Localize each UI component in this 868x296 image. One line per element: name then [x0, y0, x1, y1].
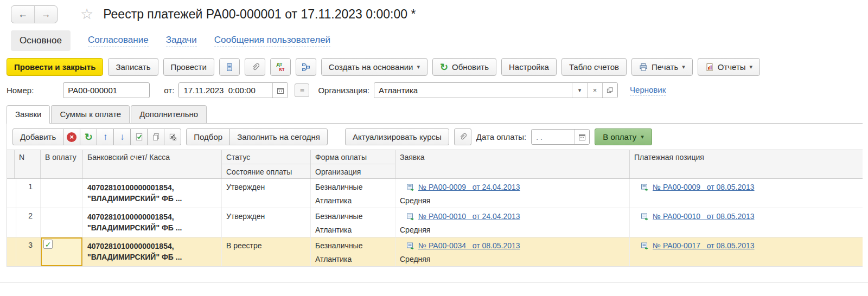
attachments-button[interactable] [245, 58, 265, 76]
copy-row-button[interactable] [147, 128, 164, 145]
pay-position-cell[interactable]: № РА00-0010 от 08.05.2013 [630, 208, 863, 237]
organization-open-button[interactable] [602, 83, 617, 98]
back-arrow-icon: ← [18, 9, 28, 20]
status-cell[interactable]: Утвержден [222, 208, 311, 237]
create-based-on-button[interactable]: Создать на основании ▾ [321, 58, 427, 76]
subtab-additional[interactable]: Дополнительно [131, 105, 207, 123]
status-cell[interactable]: Утвержден [222, 179, 311, 208]
move-up-button[interactable]: ↑ [97, 128, 114, 145]
request-link[interactable]: № РА00-0034 от 08.05.2013 [418, 241, 520, 250]
pay-position-link[interactable]: № РА00-0017 от 08.05.2013 [653, 241, 755, 250]
pay-form-cell[interactable]: Безналичные Атлантика [311, 208, 395, 237]
back-button[interactable]: ← [11, 6, 34, 23]
pay-position-link[interactable]: № РА00-0009 от 08.05.2013 [653, 182, 755, 192]
pick-button[interactable]: Подбор [186, 128, 230, 145]
payment-date-calendar-button[interactable] [574, 130, 589, 144]
delete-icon: × [67, 132, 76, 142]
register-icon [225, 63, 234, 72]
row-num: 2 [15, 208, 41, 237]
reports-button[interactable]: Отчеты ▾ [698, 58, 760, 76]
request-link[interactable]: № РА00-0009 от 24.04.2013 [418, 182, 520, 192]
add-row-button[interactable]: Добавить [12, 128, 63, 145]
request-cell[interactable]: № РА00-0034 от 08.05.2013 Средняя [395, 237, 630, 266]
document-structure-button[interactable] [296, 58, 316, 76]
report-icon [705, 63, 714, 72]
fill-today-button[interactable]: Заполнить на сегодня [229, 128, 328, 145]
move-down-button[interactable]: ↓ [113, 128, 131, 145]
header-request[interactable]: Заявка [395, 150, 630, 178]
header-pay-position[interactable]: Платежная позиция [630, 150, 863, 178]
refresh-button[interactable]: ↻ Обновить [432, 58, 496, 76]
header-num[interactable]: N [15, 150, 41, 178]
header-account[interactable]: Банковский счет/ Касса [83, 150, 222, 178]
register-list-button[interactable]: ≡ [295, 83, 309, 97]
tab-tasks[interactable]: Задачи [166, 35, 197, 47]
pay-position-link[interactable]: № РА00-0010 от 08.05.2013 [653, 211, 755, 221]
favorite-star-icon[interactable]: ☆ [80, 7, 93, 22]
table-row-selected[interactable]: 3 ✓ 40702810100000001854, "ВЛАДИМИРСКИЙ"… [7, 237, 863, 267]
document-open-icon [641, 242, 649, 250]
request-cell[interactable]: № РА00-0010 от 24.04.2013 Средняя [395, 208, 630, 237]
request-link[interactable]: № РА00-0010 от 24.04.2013 [418, 211, 520, 221]
register-records-button[interactable] [219, 58, 240, 76]
account-cell[interactable]: 40702810100000001854, "ВЛАДИМИРСКИЙ" ФБ … [83, 237, 222, 266]
pay-form-cell[interactable]: Безналичные Атлантика [311, 179, 395, 208]
draft-status-link[interactable]: Черновик [630, 85, 666, 95]
status-cell[interactable]: В реестре [222, 237, 311, 266]
post-button[interactable]: Провести [163, 58, 214, 76]
print-button[interactable]: Печать ▾ [631, 58, 693, 76]
payment-date-field[interactable] [532, 130, 574, 144]
section-tabs: Основное Согласование Задачи Сообщения п… [0, 30, 868, 51]
header-status[interactable]: Статус Состояние оплаты [222, 150, 311, 178]
pay-form-cell[interactable]: Безналичные Атлантика [311, 237, 395, 266]
accounts-board-button[interactable]: Табло счетов [561, 58, 627, 76]
document-open-icon [641, 213, 649, 221]
account-cell[interactable]: 40702810100000001854, "ВЛАДИМИРСКИЙ" ФБ … [83, 179, 222, 208]
update-rates-button[interactable]: Актуализировать курсы [345, 128, 449, 145]
date-field[interactable] [179, 83, 272, 98]
to-pay-cell[interactable] [41, 208, 83, 237]
copy-icon [152, 133, 160, 141]
refresh-rows-button[interactable]: ↻ [80, 128, 97, 145]
organization-field[interactable] [374, 83, 572, 98]
delete-row-button[interactable]: × [63, 128, 80, 145]
debit-credit-button[interactable]: ДтКт [270, 58, 291, 76]
pay-position-cell[interactable]: № РА00-0017 от 08.05.2013 [630, 237, 863, 266]
to-pay-cell[interactable]: ✓ [41, 237, 83, 266]
subtab-requests[interactable]: Заявки [7, 105, 50, 124]
calendar-icon [578, 133, 586, 141]
checkmark-icon: ✓ [45, 240, 52, 249]
organization-dropdown-button[interactable]: ▾ [572, 83, 587, 98]
document-open-icon [406, 183, 415, 191]
tab-user-messages[interactable]: Сообщения пользователей [214, 35, 330, 47]
table-row[interactable]: 2 40702810100000001854, "ВЛАДИМИРСКИЙ" Ф… [7, 208, 863, 237]
to-pay-checkbox[interactable]: ✓ [43, 240, 53, 249]
header-to-pay[interactable]: В оплату [41, 150, 83, 178]
header-pay-form[interactable]: Форма оплаты Организация [311, 150, 395, 178]
subtab-amounts[interactable]: Суммы к оплате [51, 105, 130, 123]
set-flag-button[interactable] [130, 128, 148, 145]
printer-icon [639, 63, 648, 72]
paperclip-icon [251, 63, 259, 72]
table-row[interactable]: 1 40702810100000001854, "ВЛАДИМИРСКИЙ" Ф… [7, 179, 863, 208]
row-attachments-button[interactable] [454, 128, 471, 145]
calendar-button[interactable] [272, 83, 288, 98]
to-payment-button[interactable]: В оплату ▾ [595, 128, 652, 145]
account-cell[interactable]: 40702810100000001854, "ВЛАДИМИРСКИЙ" ФБ … [83, 208, 222, 237]
checkboxes-icon [169, 133, 177, 141]
save-button[interactable]: Записать [108, 58, 158, 76]
tab-approval[interactable]: Согласование [88, 35, 149, 47]
organization-clear-button[interactable]: × [587, 83, 602, 98]
pay-position-cell[interactable]: № РА00-0009 от 08.05.2013 [630, 179, 863, 208]
toggle-flags-button[interactable] [164, 128, 181, 145]
date-label: от: [164, 86, 174, 95]
payment-register-window: ← → ☆ Реестр платежей РА00-000001 от 17.… [0, 0, 868, 296]
tab-main[interactable]: Основное [11, 30, 71, 51]
number-field[interactable] [63, 82, 150, 98]
settings-button[interactable]: Настройка [501, 58, 557, 76]
to-pay-cell[interactable] [41, 179, 83, 208]
forward-button[interactable]: → [34, 6, 57, 23]
request-cell[interactable]: № РА00-0009 от 24.04.2013 Средняя [395, 179, 630, 208]
post-and-close-button[interactable]: Провести и закрыть [7, 58, 103, 76]
document-open-icon [406, 213, 415, 221]
